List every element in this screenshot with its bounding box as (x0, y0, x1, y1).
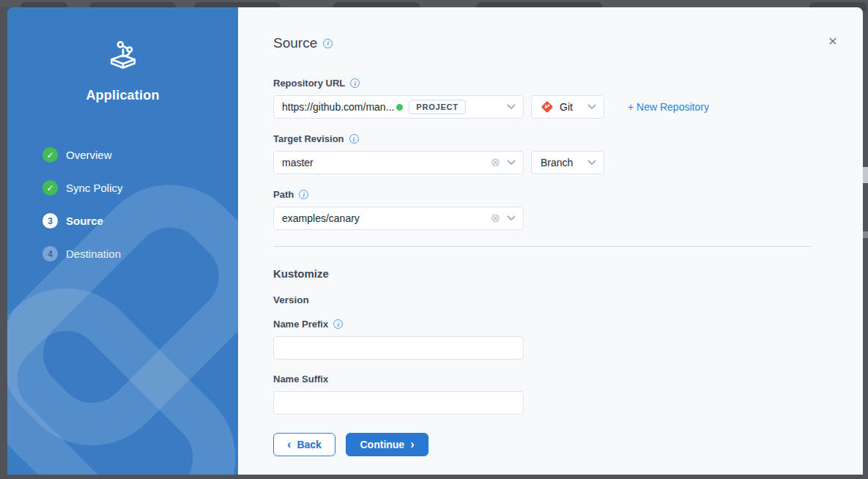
name-prefix-field[interactable] (273, 336, 524, 360)
back-button-label: Back (297, 439, 321, 450)
step-overview[interactable]: ✓ Overview (7, 138, 238, 171)
clear-icon[interactable]: ⊗ (491, 157, 500, 168)
git-icon (541, 100, 554, 114)
name-suffix-field[interactable] (273, 391, 524, 415)
step-label: Source (66, 215, 103, 227)
source-step-panel: × Source i Repository URL i https://gith… (238, 7, 863, 475)
close-icon[interactable]: × (825, 34, 841, 50)
repository-type-value: Git (560, 101, 573, 113)
back-button[interactable]: ‹ Back (273, 433, 335, 456)
continue-button-label: Continue (360, 439, 405, 450)
info-icon[interactable]: i (349, 134, 359, 144)
revision-type-select[interactable]: Branch (531, 151, 604, 174)
wizard-steps: ✓ Overview ✓ Sync Policy 3 Source 4 Dest… (7, 138, 238, 270)
page-title: Source (273, 35, 317, 51)
revision-type-value: Branch (541, 157, 573, 168)
path-label: Path (273, 189, 294, 200)
step-source[interactable]: 3 Source (7, 204, 238, 237)
name-suffix-input[interactable] (282, 397, 516, 409)
check-icon: ✓ (42, 180, 58, 196)
name-prefix-label: Name Prefix (273, 319, 328, 330)
info-icon[interactable]: i (333, 319, 343, 329)
target-revision-field[interactable]: ⊗ (273, 151, 524, 174)
chevron-down-icon (587, 104, 596, 110)
target-revision-input[interactable] (282, 157, 491, 168)
chevron-down-icon[interactable] (507, 215, 516, 221)
clear-icon[interactable]: ⊗ (491, 212, 500, 224)
new-repository-link[interactable]: + New Repository (628, 101, 709, 113)
back-arrow-icon: ‹ (287, 439, 291, 450)
background-artifact (863, 231, 868, 238)
repository-type-select[interactable]: Git (531, 95, 604, 119)
info-icon[interactable]: i (350, 78, 360, 88)
info-icon[interactable]: i (299, 190, 308, 199)
kustomize-heading: Kustomize (273, 267, 863, 280)
name-suffix-label: Name Suffix (273, 374, 328, 385)
application-wizard-modal: Application ✓ Overview ✓ Sync Policy 3 S… (7, 7, 863, 475)
target-revision-label: Target Revision (273, 133, 344, 144)
background-browser-strip (0, 0, 868, 7)
chevron-down-icon[interactable] (507, 160, 516, 166)
path-input[interactable] (282, 212, 491, 224)
name-prefix-input[interactable] (282, 342, 516, 354)
background-artifact (863, 167, 868, 183)
wizard-title: Application (7, 88, 238, 103)
version-label: Version (273, 294, 863, 305)
chevron-down-icon[interactable] (507, 104, 516, 110)
chevron-down-icon (587, 160, 596, 166)
step-label: Overview (66, 149, 112, 161)
continue-arrow-icon: › (410, 439, 414, 450)
continue-button[interactable]: Continue › (346, 433, 429, 456)
repository-url-label: Repository URL (273, 78, 345, 89)
wizard-sidebar: Application ✓ Overview ✓ Sync Policy 3 S… (7, 7, 238, 475)
check-icon: ✓ (42, 147, 58, 163)
repository-url-value: https://github.com/man... (282, 101, 394, 113)
application-icon (106, 38, 140, 72)
step-label: Destination (66, 248, 121, 260)
step-destination[interactable]: 4 Destination (7, 237, 238, 270)
section-divider (273, 246, 812, 247)
connection-status-dot (396, 104, 403, 111)
project-badge: PROJECT (409, 100, 466, 114)
step-sync-policy[interactable]: ✓ Sync Policy (7, 171, 238, 204)
info-icon[interactable]: i (323, 39, 333, 48)
path-field[interactable]: ⊗ (273, 207, 524, 230)
repository-url-select[interactable]: https://github.com/man... PROJECT (273, 95, 524, 119)
step-label: Sync Policy (66, 182, 123, 194)
step-number-badge: 4 (42, 246, 58, 261)
step-number-badge: 3 (42, 213, 58, 229)
